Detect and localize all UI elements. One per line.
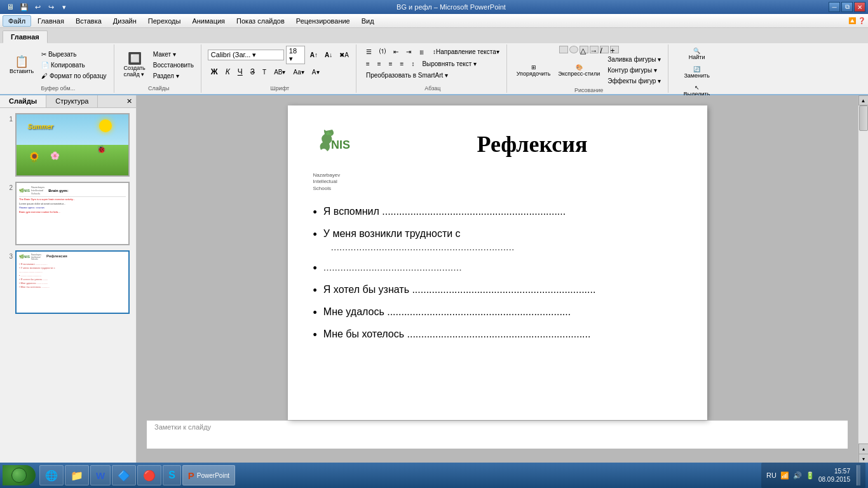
taskbar: 🌐 📁 W 🔷 🔴 S P PowerPoint RU 📶 🔊 🔋 15:57 … [0,463,868,488]
tab-outline[interactable]: Структура [46,95,98,107]
minimize-btn[interactable]: ─ [829,2,840,12]
strikethrough-btn[interactable]: З [247,66,258,78]
ribbon-tabs: Главная [0,28,868,43]
indent-dec-btn[interactable]: ⇤ [390,46,402,57]
current-slide[interactable]: NIS Nazarbayev Intellectual Schools Рефл… [288,105,707,420]
bullets-btn[interactable]: ☰ [363,46,375,57]
text-dir-btn[interactable]: ↕Направление текста▾ [430,46,503,57]
smartart-btn[interactable]: Преобразовать в SmartArt ▾ [363,71,451,80]
taskbar-app4[interactable]: 🔷 [112,465,136,485]
menu-transitions[interactable]: Переходы [143,16,186,26]
font-size-dropdown[interactable]: 18 ▾ [286,46,305,64]
restore-btn[interactable]: ⧉ [841,2,853,12]
bullet-4-dot: • [313,284,317,297]
slide-3-number: 3 [4,250,13,260]
new-slide-btn[interactable]: 🔲 Создатьслайд ▾ [121,51,149,79]
taskbar-word[interactable]: W [90,465,111,485]
shape-rect[interactable] [559,46,568,53]
underline-btn[interactable]: Ч [234,66,246,78]
copy-btn[interactable]: 📄 Копировать [38,60,109,70]
paste-btn[interactable]: 📋 Вставить [6,54,37,76]
window-controls: ─ ⧉ ✕ [829,2,865,12]
slide-3-thumb[interactable]: 🌿NIS NazarbayevIntellectualSchools Рефле… [15,250,130,314]
menu-design[interactable]: Дизайн [108,16,142,26]
taskbar-skype[interactable]: S [163,465,181,485]
taskbar-powerpoint[interactable]: P PowerPoint [182,465,235,485]
slide-panel-tabs: Слайды Структура ✕ [0,95,136,108]
format-painter-btn[interactable]: 🖌 Формат по образцу [38,71,109,81]
align-left-btn[interactable]: ≡ [363,59,373,69]
ribbon-group-clipboard: 📋 Вставить ✂ Вырезать 📄 Копировать 🖌 Фор… [3,44,114,93]
font-size-increase-btn[interactable]: A↑ [307,50,321,60]
qa-save-btn[interactable]: 💾 [18,1,30,13]
qa-more-btn[interactable]: ▾ [58,1,70,13]
line-spacing-btn[interactable]: ↕ [408,59,417,69]
find-btn[interactable]: 🔍 Найти [686,46,709,62]
shape-arrow[interactable]: → [590,46,599,53]
menu-animation[interactable]: Анимация [187,16,230,26]
shape-line[interactable]: / [600,46,609,53]
powerpoint-icon: P [188,470,194,481]
show-desktop-btn[interactable] [857,465,860,485]
right-scrollbar[interactable]: ▲ ▴ ▾ ▼ [858,95,868,474]
taskbar-ie[interactable]: 🌐 [39,465,64,485]
slide-2-thumb[interactable]: 🌿NIS Nazarbayev Intellectual Schools Bra… [15,182,130,245]
slide-3-row: 3 🌿NIS NazarbayevIntellectualSchools Реф… [4,250,132,314]
slide-2-row: 2 🌿NIS Nazarbayev Intellectual Schools B [4,182,132,245]
italic-btn[interactable]: К [222,66,233,78]
cut-btn[interactable]: ✂ Вырезать [38,50,109,59]
shape-tri[interactable]: △ [580,46,588,53]
arrange-btn[interactable]: ⊞ Упорядочить [513,62,554,79]
replace-btn[interactable]: 🔄 Заменить [681,64,712,81]
reset-btn[interactable]: Восстановить [150,60,197,70]
scroll-page-up-btn[interactable]: ▴ [858,444,869,454]
menu-file[interactable]: Файл [3,15,31,27]
qa-undo-btn[interactable]: ↩ [32,1,43,13]
outline-btn[interactable]: Контур фигуры ▾ [604,65,664,75]
menu-home[interactable]: Главная [32,16,69,26]
font-size-decrease-btn[interactable]: A↓ [322,50,336,60]
slide-thumbnails: 1 🌻 🌸 [0,108,136,319]
indent-inc-btn[interactable]: ⇥ [403,46,414,57]
scroll-up-btn[interactable]: ▲ [858,95,869,105]
menu-slideshow[interactable]: Показ слайдов [231,16,290,26]
start-button[interactable] [3,465,36,485]
menu-view[interactable]: Вид [356,16,379,26]
bold-btn[interactable]: Ж [208,66,221,78]
align-text-btn[interactable]: Выровнять текст ▾ [419,59,480,69]
section-btn[interactable]: Раздел ▾ [150,71,197,81]
font-color-btn[interactable]: A▾ [309,67,323,77]
case-btn[interactable]: Аа▾ [290,67,308,77]
columns-btn[interactable]: ⫼ [416,46,428,57]
fill-btn[interactable]: Заливка фигуры ▾ [604,55,664,64]
menu-insert[interactable]: Вставка [71,16,107,26]
font-name-dropdown[interactable]: Calibri (Заг... ▾ [208,50,284,60]
justify-btn[interactable]: ≡ [397,59,407,69]
quick-styles-btn[interactable]: 🎨 Экспресс-стили [555,62,603,79]
tab-slides[interactable]: Слайды [0,95,46,107]
scroll-thumb[interactable] [859,105,868,131]
numbering-btn[interactable]: ⑴ [376,46,389,57]
shadow-btn[interactable]: Т [259,67,269,77]
align-right-btn[interactable]: ≡ [386,59,396,69]
notes-panel[interactable]: Заметки к слайду [147,420,848,449]
editing-buttons: 🔍 Найти 🔄 Заменить ↖ Выделить [681,46,714,99]
ribbon-content: 📋 Вставить ✂ Вырезать 📄 Копировать 🖌 Фор… [0,43,868,95]
close-btn[interactable]: ✕ [854,2,865,12]
spacing-btn[interactable]: AВ▾ [271,67,288,77]
panel-close-btn[interactable]: ✕ [123,95,136,107]
taskbar-explorer[interactable]: 📁 [65,465,89,485]
align-center-btn[interactable]: ≡ [374,59,384,69]
menu-review[interactable]: Рецензирование [291,16,355,26]
effects-btn[interactable]: Эффекты фигур ▾ [604,76,664,86]
slide-1-thumb[interactable]: 🌻 🌸 Summer 🐞 [15,113,130,177]
slides-label: Слайды [148,84,170,92]
tray-battery-icon: 🔋 [806,471,815,480]
shape-more[interactable]: + [610,46,619,53]
qa-redo-btn[interactable]: ↪ [45,1,57,13]
layout-btn[interactable]: Макет ▾ [150,50,197,59]
clear-format-btn[interactable]: ✖A [336,50,352,60]
taskbar-chrome[interactable]: 🔴 [137,465,161,485]
shape-ellipse[interactable] [569,46,578,53]
tab-home[interactable]: Главная [3,30,48,43]
